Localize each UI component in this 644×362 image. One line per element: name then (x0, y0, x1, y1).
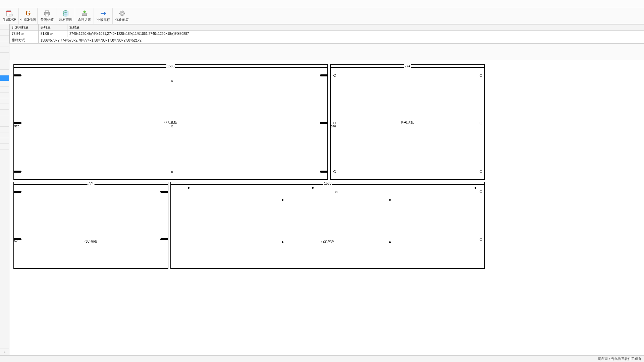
material-manage-button[interactable]: 原材管理 (56, 8, 75, 24)
remnant-stockin-button[interactable]: 余料入库 (75, 8, 94, 24)
sidebar-item[interactable] (0, 47, 9, 53)
svg-rect-2 (9, 14, 12, 16)
panel-71-sidedim: 578 (14, 125, 19, 128)
deduct-stock-label: 冲减库存 (97, 17, 110, 22)
sidebar-scroll-button[interactable]: » (0, 349, 9, 355)
sidebar-item[interactable] (0, 127, 9, 132)
header-sheet: 板材量 (67, 24, 644, 31)
sidebar-item[interactable] (0, 70, 9, 75)
header-planned: 计划用料量 (10, 24, 39, 31)
optimize-config-button[interactable]: 优化配置 (113, 8, 131, 24)
value-planned: 73.54 ㎡ (10, 31, 39, 37)
deduct-stock-button[interactable]: 冲减库存 (94, 8, 113, 24)
panel-64-label: (64)顶板 (401, 120, 414, 125)
sidebar-item[interactable] (0, 132, 9, 138)
barcode-label-button[interactable]: 条码标签 (38, 8, 56, 24)
info-spacer (9, 44, 644, 60)
panel-64-sidedim: 578 (331, 125, 336, 128)
sidebar-item[interactable] (0, 144, 9, 149)
sidebar: » (0, 24, 9, 355)
nesting-canvas[interactable]: 1586 (71)底板 578 (9, 60, 644, 355)
sidebar-item[interactable] (0, 81, 9, 87)
sidebar-item[interactable] (0, 64, 9, 70)
value-cut: 51.09 ㎡ (39, 31, 67, 37)
titlebar (0, 0, 644, 8)
panel-64[interactable]: 774 (64)顶板 578 (330, 64, 485, 180)
sidebar-item[interactable] (0, 138, 9, 144)
panel-65-label: (65)底板 (85, 239, 97, 244)
header-cut: 开料量 (39, 24, 67, 31)
mode-label: 排样方式 (10, 37, 39, 44)
basket-icon (81, 10, 88, 17)
dxf-icon (6, 10, 13, 17)
optimize-config-label: 优化配置 (115, 17, 129, 22)
sidebar-item[interactable] (0, 36, 9, 41)
sidebar-item[interactable] (0, 24, 9, 30)
developer-credit: 研发商：青岛海迅软件工程有 (598, 357, 641, 361)
mode-value: 1586×578×2.774×578×2.78×774×1.58×783×1.5… (39, 37, 644, 44)
barcode-label-label: 条码标签 (40, 17, 54, 22)
statusbar: 研发商：青岛海迅软件工程有 (0, 355, 644, 362)
panel-64-dim: 774 (404, 64, 411, 68)
database-icon (62, 10, 69, 17)
svg-rect-1 (6, 11, 11, 12)
sidebar-item[interactable] (0, 110, 9, 115)
gear-icon (118, 10, 126, 17)
sidebar-item[interactable] (0, 87, 9, 93)
value-sheet: 2740×1220×5的6张1061,2740×1220×18的11张1061,… (67, 31, 644, 37)
sidebar-item[interactable] (0, 104, 9, 110)
sidebar-item[interactable] (0, 98, 9, 104)
svg-point-10 (121, 12, 123, 14)
panel-22[interactable]: 1586 (22)演绎 (170, 182, 485, 269)
sidebar-item[interactable] (0, 30, 9, 36)
panel-71[interactable]: 1586 (71)底板 578 (13, 64, 328, 180)
sidebar-item[interactable] (0, 41, 9, 47)
generate-dxf-button[interactable]: 生成DXF (0, 8, 19, 24)
panel-71-label: (71)底板 (164, 120, 177, 125)
toolbar: 生成DXF G 生成G代码 条码标签 原材管理 余料入库 (0, 8, 644, 24)
panel-22-dim: 1586 (323, 182, 332, 185)
sidebar-item[interactable] (0, 93, 9, 98)
svg-rect-5 (45, 14, 49, 16)
sidebar-item[interactable] (0, 121, 9, 127)
printer-icon (43, 10, 51, 17)
material-manage-label: 原材管理 (59, 17, 72, 22)
sidebar-item-selected[interactable] (0, 75, 9, 81)
sidebar-item[interactable] (0, 53, 9, 58)
generate-dxf-label: 生成DXF (3, 17, 16, 22)
generate-gcode-label: 生成G代码 (20, 17, 36, 22)
remnant-stockin-label: 余料入库 (78, 17, 91, 22)
sidebar-item[interactable] (0, 58, 9, 64)
svg-point-8 (84, 11, 86, 13)
generate-gcode-button[interactable]: G 生成G代码 (19, 8, 38, 24)
sidebar-item[interactable] (0, 115, 9, 121)
info-table: 计划用料量 开料量 板材量 73.54 ㎡ 51.09 ㎡ 2740×1220×… (9, 24, 644, 44)
arrow-right-icon (100, 10, 107, 17)
svg-rect-3 (45, 11, 49, 12)
panel-65-dim: 774 (88, 182, 95, 185)
panel-71-dim: 1586 (166, 64, 175, 68)
panel-22-label: (22)演绎 (321, 239, 334, 244)
panel-65[interactable]: 774 (65)底板 578 (13, 182, 168, 269)
gcode-icon: G (24, 10, 32, 17)
